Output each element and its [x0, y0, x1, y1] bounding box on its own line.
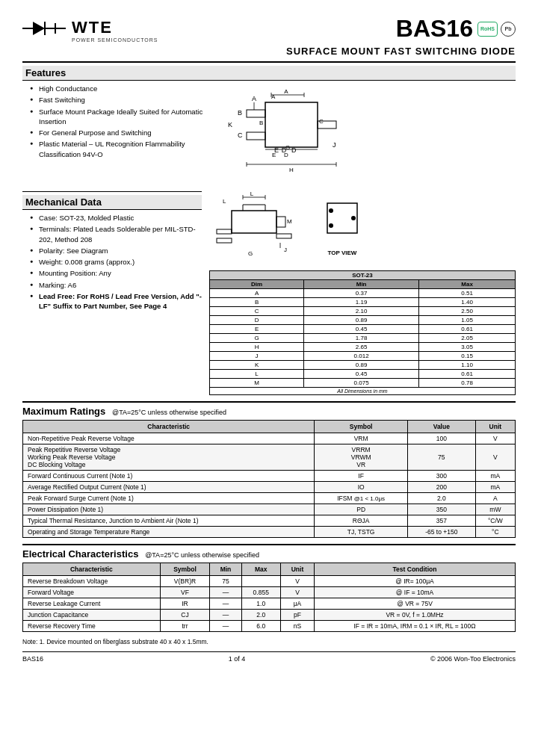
table-row: A0.370.51 [210, 289, 516, 298]
list-item: High Conductance [30, 84, 217, 93]
svg-point-52 [329, 208, 333, 213]
table-row: Operating and Storage Temperature RangeT… [23, 527, 516, 538]
svg-text:A: A [271, 93, 276, 100]
table-row: J0.0120.15 [210, 352, 516, 361]
table-row: Reverse Breakdown VoltageV(BR)R75V@ IR= … [23, 576, 516, 587]
svg-text:L: L [250, 190, 254, 197]
top-view-area: TOP VIEW [312, 188, 372, 264]
page-footer: BAS16 1 of 4 © 2006 Won-Too Electronics [22, 651, 516, 663]
elec-col-unit: Unit [280, 563, 314, 576]
ratings-title: Maximum Ratings [22, 406, 105, 417]
svg-rect-6 [265, 102, 318, 147]
top-view-svg [312, 188, 372, 248]
logo-area: WTE POWER SEMICONDUCTORS [22, 15, 158, 46]
svg-text:D: D [291, 146, 297, 154]
table-row: Forward VoltageVF—0.855V@ IF = 10mA [23, 587, 516, 598]
features-title: Features [22, 66, 516, 81]
side-diagram-area: M L L J G [209, 188, 516, 264]
col-dim: Dim [210, 280, 304, 289]
footer-part: BAS16 [22, 655, 43, 663]
list-item: Marking: A6 [30, 280, 202, 290]
svg-text:M: M [287, 218, 292, 225]
ratings-subtitle: @TA=25°C unless otherwise specified [112, 409, 226, 416]
col-max: Max [419, 280, 516, 289]
sot23-table-title: SOT-23 [210, 271, 516, 280]
svg-text:B: B [259, 120, 263, 126]
table-row: G1.782.05 [210, 334, 516, 343]
col-min: Min [304, 280, 419, 289]
note-section: Note: 1. Device mounted on fiberglass su… [22, 638, 516, 645]
ratings-col-char: Characteristic [23, 421, 315, 433]
section-divider [22, 191, 202, 192]
svg-text:C: C [319, 118, 324, 125]
elec-table-body: Reverse Breakdown VoltageV(BR)R75V@ IR= … [23, 576, 516, 632]
logo-text: WTE POWER SEMICONDUCTORS [72, 18, 158, 43]
list-item: Plastic Material – UL Recognition Flamma… [30, 139, 217, 159]
logo-diode-symbol [22, 15, 67, 46]
part-description: SURFACE MOUNT FAST SWITCHING DIODE [286, 46, 516, 57]
header-divider [22, 61, 516, 63]
table-row: Peak Forward Surge Current (Note 1)IFSM … [23, 493, 516, 504]
svg-text:J: J [333, 141, 336, 149]
table-row: H2.653.05 [210, 343, 516, 352]
diagram-col: A B C D E D A B C D E A [224, 84, 516, 182]
elec-col-min: Min [210, 563, 241, 576]
elec-title: Electrical Characteristics [22, 548, 138, 560]
svg-text:C: C [238, 131, 243, 139]
logo-subtitle: POWER SEMICONDUCTORS [72, 37, 158, 43]
top-view-label: TOP VIEW [312, 250, 372, 256]
rohs-badge: RoHS [477, 22, 498, 37]
section-divider-2 [22, 401, 516, 403]
footer-copyright: © 2006 Won-Too Electronics [430, 655, 516, 663]
svg-rect-36 [217, 238, 232, 243]
svg-rect-35 [217, 229, 232, 234]
svg-text:E: E [272, 152, 276, 158]
list-item: Fast Switching [30, 95, 217, 105]
table-row: K0.891.10 [210, 361, 516, 370]
svg-rect-41 [276, 217, 285, 227]
list-item: Polarity: See Diagram [30, 246, 202, 255]
mechanical-list: Case: SOT-23, Molded Plastic Terminals: … [22, 213, 202, 312]
ratings-table-body: Non-Repetitive Peak Reverse VoltageVRM10… [23, 433, 516, 538]
features-list-col: High Conductance Fast Switching Surface … [22, 84, 217, 182]
features-section: High Conductance Fast Switching Surface … [22, 84, 516, 182]
pb-badge: Pb [501, 22, 516, 37]
table-row: Forward Continuous Current (Note 1)IF300… [23, 471, 516, 482]
svg-text:J: J [284, 247, 287, 253]
table-row: L0.450.61 [210, 370, 516, 379]
svg-point-53 [329, 223, 333, 228]
table-row: Non-Repetitive Peak Reverse VoltageVRM10… [23, 433, 516, 444]
svg-text:L: L [223, 198, 226, 205]
svg-text:A: A [252, 95, 256, 102]
table-row: Peak Repetitive Reverse VoltageWorking P… [23, 444, 516, 471]
ratings-col-value: Value [407, 421, 475, 433]
elec-title-row: Electrical Characteristics @TA=25°C unle… [22, 548, 516, 560]
elec-col-condition: Test Condition [315, 563, 516, 576]
svg-marker-1 [33, 22, 45, 35]
table-row: D0.891.05 [210, 316, 516, 325]
elec-section: Electrical Characteristics @TA=25°C unle… [22, 548, 516, 632]
elec-subtitle: @TA=25°C unless otherwise specified [145, 551, 259, 559]
elec-table: Characteristic Symbol Min Max Unit Test … [22, 563, 516, 632]
list-item: Surface Mount Package Ideally Suited for… [30, 107, 217, 127]
table-row: Reverse Recovery Timetrr—6.0nSIF = IR = … [23, 621, 516, 632]
svg-text:D: D [284, 152, 288, 158]
svg-rect-37 [276, 234, 291, 238]
section-divider-3 [22, 544, 516, 545]
side-view-svg: M L L J G [209, 188, 306, 263]
mechanical-col: Mechanical Data Case: SOT-23, Molded Pla… [22, 188, 202, 395]
svg-text:H: H [289, 167, 294, 173]
sot23-table-note: All Dimensions in mm [210, 388, 516, 395]
list-item: Mounting Position: Any [30, 268, 202, 278]
mechanical-section: Mechanical Data Case: SOT-23, Molded Pla… [22, 188, 516, 395]
elec-col-max: Max [241, 563, 280, 576]
ratings-title-row: Maximum Ratings @TA=25°C unless otherwis… [22, 406, 516, 417]
page-header: WTE POWER SEMICONDUCTORS BAS16 RoHS Pb S… [22, 15, 516, 57]
list-item: For General Purpose and Switching [30, 128, 217, 137]
package-diagram: A B C D E D A B C D E A [224, 84, 374, 181]
table-row: C2.102.50 [210, 307, 516, 316]
table-row: Power Dissipation (Note 1)PD350mW [23, 504, 516, 515]
list-item-leadfree: Lead Free: For RoHS / Lead Free Version,… [30, 291, 202, 312]
features-list: High Conductance Fast Switching Surface … [22, 84, 217, 159]
table-row: Average Rectified Output Current (Note 1… [23, 482, 516, 493]
